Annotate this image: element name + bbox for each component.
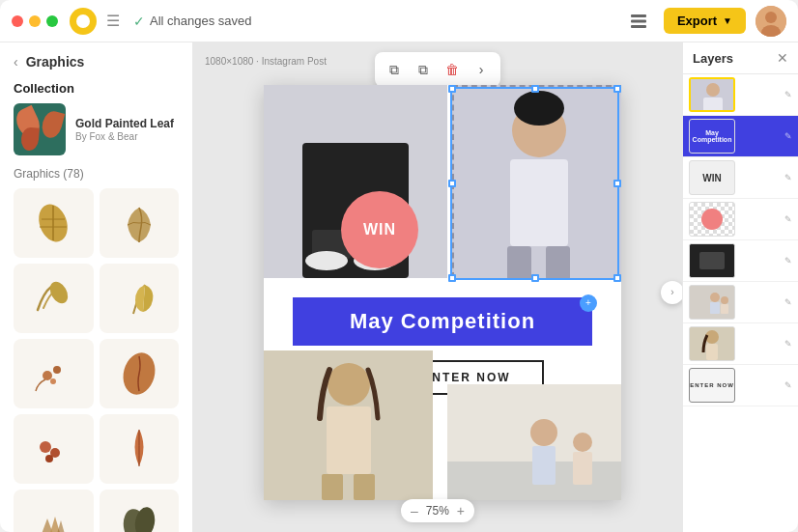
canvas-toolbar: ⧉ ⧉ 🗑 ›: [375, 52, 500, 87]
app-logo: [70, 8, 97, 35]
svg-point-4: [765, 12, 777, 23]
layer-edit-icon: ✎: [784, 339, 792, 349]
layers-icon[interactable]: [623, 6, 654, 37]
list-item[interactable]: ✎: [683, 199, 798, 240]
list-item[interactable]: ✎: [683, 282, 798, 323]
layer-thumbnail: [689, 326, 735, 361]
titlebar-actions: Export ▼: [623, 6, 786, 37]
may-competition-banner: May Competition: [293, 297, 592, 346]
back-button[interactable]: ‹: [14, 54, 18, 70]
list-item[interactable]: [14, 188, 94, 258]
list-item[interactable]: May Competition ✎: [683, 116, 798, 157]
scroll-right-icon[interactable]: ›: [661, 281, 682, 304]
canvas-photo-couple: [447, 384, 621, 500]
copy-button[interactable]: ⧉: [381, 56, 408, 83]
zoom-minus-button[interactable]: –: [411, 503, 418, 518]
svg-rect-50: [710, 302, 720, 314]
delete-button[interactable]: 🗑: [439, 56, 466, 83]
export-button[interactable]: Export ▼: [664, 8, 746, 34]
menu-icon[interactable]: ☰: [106, 12, 120, 30]
banner-text: May Competition: [350, 309, 535, 334]
layer-edit-icon: ✎: [784, 214, 792, 224]
svg-point-51: [721, 296, 728, 304]
layer-thumbnail: [689, 285, 735, 320]
list-item[interactable]: [100, 414, 180, 484]
minimize-window-button[interactable]: [29, 15, 41, 27]
list-item[interactable]: ✎: [683, 74, 798, 116]
zoom-plus-button[interactable]: +: [457, 503, 465, 518]
layer-edit-icon: ✎: [784, 90, 792, 99]
avatar[interactable]: [755, 6, 786, 37]
featured-item[interactable]: Gold Painted Leaf By Fox & Bear: [14, 103, 179, 155]
banner-resize-handle[interactable]: +: [580, 294, 597, 312]
layer-edit-icon: ✎: [784, 297, 792, 307]
list-item[interactable]: [100, 188, 180, 258]
traffic-lights: [12, 15, 58, 27]
featured-info: Gold Painted Leaf By Fox & Bear: [75, 117, 174, 143]
more-button[interactable]: ›: [468, 56, 495, 83]
svg-point-33: [328, 363, 370, 406]
svg-rect-42: [573, 452, 592, 485]
canvas[interactable]: WIN May Competition + ENTER NOW: [264, 85, 621, 500]
graphics-count: Graphics (78): [0, 163, 192, 188]
list-item[interactable]: [14, 414, 94, 484]
paste-button[interactable]: ⧉: [410, 56, 437, 83]
layers-header: Layers ✕: [683, 42, 798, 74]
list-item[interactable]: [100, 339, 180, 408]
list-item[interactable]: ✎: [683, 240, 798, 282]
svg-rect-47: [699, 252, 725, 269]
list-item[interactable]: [100, 264, 180, 333]
list-item[interactable]: [14, 490, 94, 532]
featured-by: By Fox & Bear: [75, 131, 174, 142]
svg-rect-52: [721, 304, 728, 314]
canvas-photo-man: [452, 85, 621, 278]
layers-close-button[interactable]: ✕: [777, 50, 788, 66]
list-item[interactable]: WIN ✎: [683, 157, 798, 199]
svg-rect-55: [706, 344, 718, 360]
close-window-button[interactable]: [12, 15, 23, 27]
layers-panel: Layers ✕ ✎ May Competition: [682, 42, 798, 532]
svg-rect-0: [631, 14, 646, 17]
svg-rect-29: [507, 246, 531, 280]
win-circle: WIN: [341, 191, 418, 268]
svg-point-31: [514, 91, 564, 126]
win-text: WIN: [363, 221, 396, 238]
layer-thumbnail: [689, 77, 735, 112]
svg-rect-45: [703, 98, 723, 112]
svg-rect-35: [322, 474, 343, 500]
layer-edit-icon: ✎: [784, 256, 792, 266]
layers-title: Layers: [693, 51, 733, 66]
svg-point-12: [53, 366, 61, 374]
collection-label: Collection: [0, 77, 192, 103]
maximize-window-button[interactable]: [46, 15, 58, 27]
svg-point-44: [706, 83, 720, 97]
svg-point-10: [46, 279, 71, 307]
svg-point-15: [40, 441, 51, 453]
list-item[interactable]: ✎: [683, 323, 798, 365]
layers-list: ✎ May Competition ✎ WIN ✎: [683, 74, 798, 532]
svg-point-41: [573, 433, 592, 452]
layer-thumbnail: May Competition: [689, 119, 735, 154]
svg-rect-40: [532, 446, 556, 485]
layer-thumbnail: ENTER NOW: [689, 368, 735, 403]
left-panel: ‹ Graphics Collection Gold Painted Leaf …: [0, 42, 193, 532]
svg-point-49: [710, 293, 720, 302]
graphics-sidebar: ‹ Graphics Collection Gold Painted Leaf …: [0, 42, 193, 532]
list-item[interactable]: ENTER NOW ✎: [683, 365, 798, 406]
list-item[interactable]: [100, 490, 180, 532]
save-status: ✓ All changes saved: [133, 14, 252, 29]
list-item[interactable]: [14, 264, 94, 333]
svg-point-19: [132, 506, 157, 532]
layer-thumbnail: [689, 202, 735, 237]
list-item[interactable]: [14, 339, 94, 408]
zoom-value: 75%: [426, 504, 449, 518]
export-label: Export: [677, 14, 717, 28]
svg-point-39: [530, 419, 557, 446]
svg-point-24: [305, 251, 348, 270]
layer-edit-icon: ✎: [784, 380, 792, 390]
chevron-down-icon: ▼: [723, 15, 732, 26]
featured-name: Gold Painted Leaf: [75, 117, 174, 132]
status-text: All changes saved: [150, 14, 252, 28]
svg-rect-30: [546, 246, 570, 280]
svg-rect-34: [327, 406, 371, 474]
